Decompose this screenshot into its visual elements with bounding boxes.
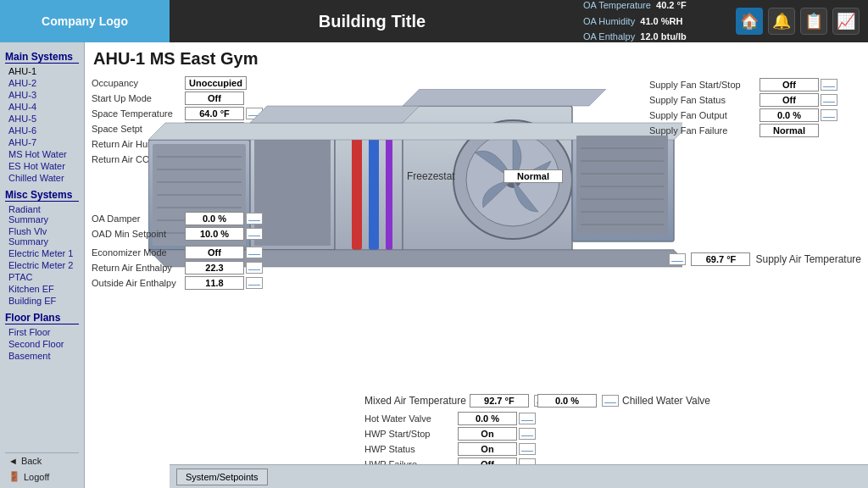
- calendar-icon[interactable]: 📋: [800, 8, 827, 35]
- supply-fan-status-value: Off: [760, 93, 819, 107]
- supply-fan-startstop-value: Off: [760, 78, 819, 92]
- sidebar-item-building-ef[interactable]: Building EF: [5, 295, 79, 307]
- supply-fan-startstop-label: Supply Fan Start/Stop: [649, 80, 760, 90]
- oa-temp-label: OA Temperature: [583, 0, 651, 10]
- back-icon: ◄: [8, 456, 18, 466]
- back-button[interactable]: ◄ Back: [5, 453, 79, 469]
- hwp-status-row: HWP Status On: [364, 442, 551, 456]
- hwp-status-value: On: [458, 442, 517, 456]
- sidebar-item-ahu2[interactable]: AHU-2: [5, 77, 79, 89]
- sidebar-item-electric-meter-1[interactable]: Electric Meter 1: [5, 247, 79, 259]
- oa-damper-row: OA Damper 0.0 %: [92, 212, 270, 225]
- mixed-air-label: Mixed Air Temperature: [364, 395, 466, 407]
- supply-fan-output-row: Supply Fan Output 0.0 %: [649, 108, 861, 122]
- sidebar-item-electric-meter-2[interactable]: Electric Meter 2: [5, 259, 79, 271]
- sidebar-item-ahu4[interactable]: AHU-4: [5, 101, 79, 113]
- occupancy-value: Unoccupied: [185, 76, 247, 90]
- oa-damper-label: OA Damper: [92, 214, 185, 224]
- economizer-mode-value: Off: [185, 246, 244, 259]
- economizer-mode-row: Economizer Mode Off: [92, 246, 270, 259]
- header: Company Logo Building Title OA Temperatu…: [0, 0, 868, 42]
- sidebar-item-ahu1[interactable]: AHU-1: [5, 65, 79, 77]
- sidebar-item-ahu3[interactable]: AHU-3: [5, 89, 79, 101]
- chart-icon[interactable]: 📈: [832, 8, 860, 35]
- sidebar-item-flush-vlv-summary[interactable]: Flush Vlv Summary: [5, 225, 79, 247]
- sidebar-actions: ◄ Back 🚪 Logoff: [5, 452, 79, 485]
- oad-min-setpt-sparkline: [246, 228, 263, 240]
- supply-fan-startstop-row: Supply Fan Start/Stop Off: [649, 78, 861, 92]
- freezestat-label: Freezestat: [407, 170, 500, 182]
- oa-panel: OA Damper 0.0 % OAD Min Setpoint 10.0 % …: [92, 212, 270, 291]
- sidebar-item-chilled-water[interactable]: Chilled Water: [5, 172, 79, 184]
- outside-air-enthalpy-value: 11.8: [185, 276, 244, 290]
- hwp-status-label: HWP Status: [364, 444, 458, 454]
- bottom-bar: System/Setpoints: [170, 464, 868, 488]
- return-air-enthalpy-value: 22.3: [185, 261, 244, 274]
- supply-fan-failure-value: Normal: [760, 124, 819, 137]
- oad-min-setpt-value: 10.0 %: [185, 227, 244, 241]
- hot-water-valve-label: Hot Water Valve: [364, 413, 458, 424]
- economizer-sparkline: [246, 247, 263, 258]
- outside-air-enthalpy-row: Outside Air Enthalpy 11.8: [92, 276, 270, 290]
- hot-water-valve-value: 0.0 %: [458, 412, 517, 425]
- sidebar-item-ahu7[interactable]: AHU-7: [5, 136, 79, 148]
- occupancy-label: Occupancy: [92, 78, 185, 88]
- supply-fan-status-sparkline: [821, 94, 837, 106]
- sidebar: Main Systems AHU-1 AHU-2 AHU-3 AHU-4 AHU…: [0, 42, 85, 488]
- return-air-enthalpy-row: Return Air Enthalpy 22.3: [92, 261, 270, 274]
- system-setpoints-button[interactable]: System/Setpoints: [176, 469, 268, 485]
- supply-fan-startstop-sparkline: [821, 79, 837, 91]
- sidebar-item-ptac[interactable]: PTAC: [5, 271, 79, 283]
- oa-enthalpy-label: OA Enthalpy: [583, 31, 635, 42]
- chilled-valve-sparkline: [602, 395, 619, 407]
- hwp-status-sparkline: [519, 443, 536, 455]
- supply-fan-output-label: Supply Fan Output: [649, 110, 760, 120]
- sidebar-item-first-floor[interactable]: First Floor: [5, 326, 79, 338]
- supply-air-temp-sparkline: [669, 253, 686, 265]
- content-area: AHU-1 MS East Gym Occupancy Unoccupied S…: [85, 42, 868, 488]
- oa-damper-sparkline: [246, 213, 263, 225]
- logoff-button[interactable]: 🚪 Logoff: [5, 469, 79, 485]
- return-air-enthalpy-label: Return Air Enthalpy: [92, 263, 185, 273]
- floor-plans-section[interactable]: Floor Plans: [5, 312, 79, 324]
- supply-fan-output-sparkline: [821, 109, 837, 121]
- return-air-enthalpy-sparkline: [246, 262, 263, 274]
- supply-fan-output-value: 0.0 %: [760, 108, 819, 122]
- main-systems-section[interactable]: Main Systems: [5, 51, 79, 64]
- supply-fan-failure-row: Supply Fan Failure Normal: [649, 124, 861, 137]
- supply-air-temp-label: Supply Air Temperature: [755, 253, 861, 265]
- supply-air-temp-panel: 69.7 °F Supply Air Temperature: [667, 252, 861, 266]
- supply-fan-panel: Supply Fan Start/Stop Off Supply Fan Sta…: [649, 78, 861, 139]
- oa-humidity-label: OA Humidity: [583, 16, 635, 26]
- sidebar-inner: Main Systems AHU-1 AHU-2 AHU-3 AHU-4 AHU…: [5, 46, 79, 485]
- outside-air-enthalpy-label: Outside Air Enthalpy: [92, 278, 185, 288]
- economizer-mode-label: Economizer Mode: [92, 247, 185, 258]
- svg-rect-21: [576, 136, 668, 236]
- mixed-air-value: 92.7 °F: [470, 394, 529, 408]
- sidebar-item-radiant-summary[interactable]: Radiant Summary: [5, 203, 79, 225]
- outside-air-enthalpy-sparkline: [246, 277, 263, 289]
- oa-damper-value: 0.0 %: [185, 212, 244, 225]
- oad-min-setpt-row: OAD Min Setpoint 10.0 %: [92, 227, 270, 241]
- sidebar-item-basement[interactable]: Basement: [5, 350, 79, 362]
- bell-icon[interactable]: 🔔: [768, 8, 795, 35]
- weather-panel: OA Temperature 40.2 °F OA Humidity 41.0 …: [575, 0, 727, 42]
- sidebar-item-ahu5[interactable]: AHU-5: [5, 113, 79, 125]
- building-title: Building Title: [170, 0, 575, 42]
- logoff-label: Logoff: [24, 472, 49, 482]
- supply-air-temp-value: 69.7 °F: [691, 252, 750, 266]
- hwp-start-stop-label: HWP Start/Stop: [364, 429, 458, 439]
- sidebar-item-ms-hot-water[interactable]: MS Hot Water: [5, 148, 79, 160]
- occupancy-row: Occupancy Unoccupied: [92, 76, 270, 90]
- sidebar-item-kitchen-ef[interactable]: Kitchen EF: [5, 283, 79, 295]
- hot-water-valve-sparkline: [519, 413, 536, 424]
- home-icon[interactable]: 🏠: [736, 8, 763, 35]
- supply-fan-status-row: Supply Fan Status Off: [649, 93, 861, 107]
- mixed-air-panel: Mixed Air Temperature 92.7 °F: [364, 394, 551, 408]
- sidebar-item-second-floor[interactable]: Second Floor: [5, 338, 79, 350]
- hot-water-valve-row: Hot Water Valve 0.0 %: [364, 412, 551, 425]
- sidebar-item-es-hot-water[interactable]: ES Hot Water: [5, 160, 79, 172]
- freezestat-panel: Freezestat Normal: [407, 169, 563, 183]
- misc-systems-section[interactable]: Misc Systems: [5, 189, 79, 202]
- sidebar-item-ahu6[interactable]: AHU-6: [5, 125, 79, 136]
